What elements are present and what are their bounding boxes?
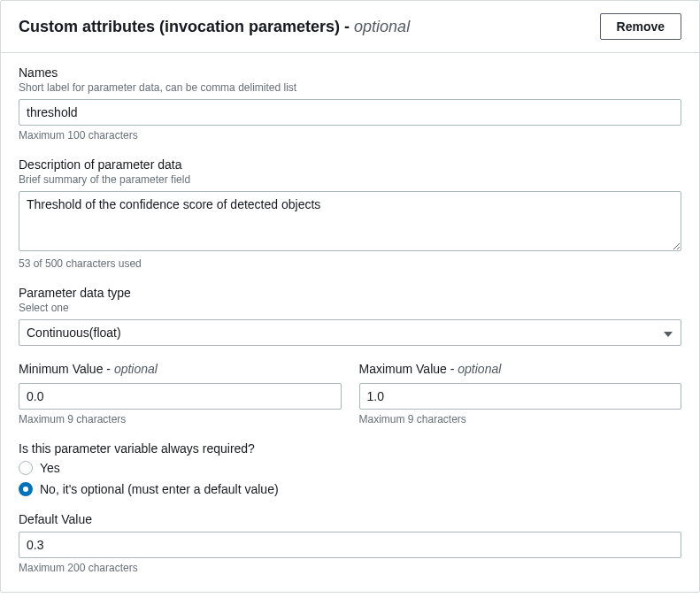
panel-title-main: Custom attributes (invocation parameters… <box>19 18 340 35</box>
radio-icon <box>19 461 33 475</box>
datatype-select-wrapper: Continuous(float) <box>19 319 681 346</box>
panel-body: Names Short label for parameter data, ca… <box>1 53 699 592</box>
maxvalue-input[interactable] <box>359 383 682 410</box>
defaultvalue-input[interactable] <box>19 532 681 558</box>
panel-title-sep: - <box>340 18 354 35</box>
maxvalue-group: Maximum Value - optional Maximum 9 chara… <box>359 362 682 425</box>
defaultvalue-hint: Maximum 200 characters <box>19 562 681 574</box>
required-radio-no[interactable]: No, it's optional (must enter a default … <box>19 482 681 496</box>
names-sublabel: Short label for parameter data, can be c… <box>19 81 681 94</box>
min-max-row: Minimum Value - optional Maximum 9 chara… <box>19 362 681 425</box>
names-input[interactable] <box>19 99 681 126</box>
datatype-sublabel: Select one <box>19 302 681 314</box>
required-label: Is this parameter variable always requir… <box>19 441 681 456</box>
required-group: Is this parameter variable always requir… <box>19 441 681 496</box>
minvalue-label-optional: optional <box>114 362 158 376</box>
minvalue-label: Minimum Value - optional <box>19 362 342 376</box>
description-label: Description of parameter data <box>19 157 681 172</box>
required-no-label: No, it's optional (must enter a default … <box>40 482 279 496</box>
required-radio-yes[interactable]: Yes <box>19 461 681 475</box>
maxvalue-hint: Maximum 9 characters <box>359 413 682 425</box>
panel-title: Custom attributes (invocation parameters… <box>19 18 410 36</box>
maxvalue-label-optional: optional <box>458 362 501 376</box>
maxvalue-label: Maximum Value - optional <box>359 362 682 376</box>
panel-header: Custom attributes (invocation parameters… <box>1 1 699 53</box>
minvalue-label-sep: - <box>103 362 113 376</box>
names-label: Names <box>19 65 681 80</box>
radio-icon-selected <box>19 482 33 496</box>
description-textarea[interactable] <box>19 191 681 251</box>
datatype-group: Parameter data type Select one Continuou… <box>19 286 681 346</box>
panel-title-optional: optional <box>354 18 410 35</box>
minvalue-group: Minimum Value - optional Maximum 9 chara… <box>19 362 342 425</box>
description-group: Description of parameter data Brief summ… <box>19 157 681 270</box>
remove-button[interactable]: Remove <box>600 13 681 40</box>
required-yes-label: Yes <box>40 461 60 475</box>
maxvalue-label-main: Maximum Value <box>359 362 447 376</box>
defaultvalue-group: Default Value Maximum 200 characters <box>19 512 681 574</box>
defaultvalue-label: Default Value <box>19 512 681 526</box>
maxvalue-label-sep: - <box>447 362 458 376</box>
minvalue-hint: Maximum 9 characters <box>19 413 342 425</box>
names-group: Names Short label for parameter data, ca… <box>19 65 681 142</box>
datatype-label: Parameter data type <box>19 286 681 300</box>
names-hint: Maximum 100 characters <box>19 129 681 142</box>
minvalue-label-main: Minimum Value <box>19 362 103 376</box>
custom-attributes-panel: Custom attributes (invocation parameters… <box>0 0 700 593</box>
datatype-select[interactable]: Continuous(float) <box>19 319 681 346</box>
minvalue-input[interactable] <box>19 383 342 410</box>
required-radio-group: Yes No, it's optional (must enter a defa… <box>19 461 681 496</box>
description-sublabel: Brief summary of the parameter field <box>19 173 681 186</box>
description-hint: 53 of 500 characters used <box>19 257 681 270</box>
